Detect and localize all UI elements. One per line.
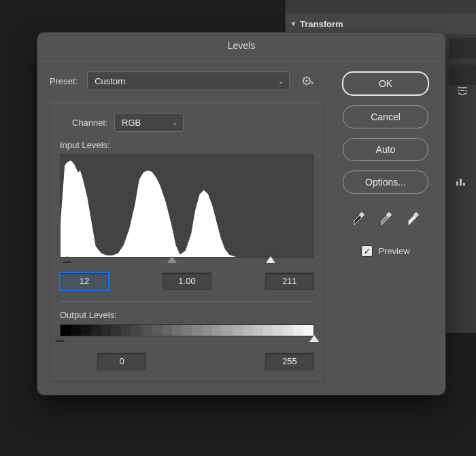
- black-point-eyedropper-icon[interactable]: [352, 210, 365, 226]
- white-point-eyedropper-icon[interactable]: [406, 210, 420, 226]
- input-white-field[interactable]: 211: [265, 273, 314, 290]
- ok-button[interactable]: OK: [342, 71, 429, 96]
- cancel-button[interactable]: Cancel: [343, 105, 428, 128]
- dialog-title: Levels: [228, 40, 255, 51]
- input-black-slider[interactable]: [63, 256, 72, 263]
- transform-section-header[interactable]: ▸ Transform: [286, 14, 476, 34]
- input-white-slider[interactable]: [266, 256, 275, 263]
- output-slider-track[interactable]: [60, 336, 314, 346]
- separator: [60, 301, 314, 302]
- panel-menu-icon[interactable]: [457, 87, 468, 95]
- input-levels-label: Input Levels:: [60, 140, 314, 150]
- histogram-graph: [61, 155, 313, 258]
- input-black-field[interactable]: 12: [60, 273, 109, 290]
- preview-checkbox[interactable]: ✓: [361, 245, 373, 257]
- auto-button[interactable]: Auto: [343, 138, 428, 161]
- preset-value: Custom: [95, 76, 125, 86]
- svg-line-12: [304, 84, 305, 84]
- transform-section-label: Transform: [300, 19, 343, 29]
- panel-tab-strip: [449, 65, 476, 85]
- preset-menu-gear-icon[interactable]: [299, 76, 317, 86]
- dialog-titlebar[interactable]: Levels: [37, 33, 445, 59]
- svg-line-10: [309, 84, 310, 84]
- svg-point-4: [306, 80, 308, 82]
- histogram-icon[interactable]: [456, 177, 468, 186]
- options-button[interactable]: Options...: [343, 171, 428, 194]
- input-slider-track[interactable]: [60, 258, 314, 267]
- levels-dialog: Levels Preset: Custom ⌄ Channel: RGB ⌄: [37, 33, 445, 395]
- input-midtone-slider[interactable]: [167, 256, 177, 263]
- output-levels-label: Output Levels:: [60, 310, 314, 320]
- input-midtone-field[interactable]: 1.00: [163, 273, 211, 290]
- output-gradient[interactable]: [60, 324, 314, 336]
- chevron-down-icon: ⌄: [172, 119, 177, 126]
- preview-label: Preview: [378, 246, 409, 256]
- output-white-slider[interactable]: [309, 335, 319, 342]
- svg-rect-1: [460, 179, 462, 186]
- svg-rect-2: [463, 183, 465, 186]
- preset-label: Preset:: [50, 76, 78, 86]
- levels-fieldset: Channel: RGB ⌄ Input Levels:: [50, 103, 324, 382]
- channel-label: Channel:: [72, 118, 107, 128]
- output-black-field[interactable]: 0: [97, 353, 146, 370]
- eyedropper-group: [352, 210, 420, 226]
- svg-rect-0: [456, 181, 458, 186]
- panel-tab-strip: [449, 38, 476, 58]
- output-black-slider[interactable]: [55, 335, 65, 342]
- gray-point-eyedropper-icon[interactable]: [379, 210, 392, 226]
- histogram[interactable]: [60, 154, 314, 258]
- output-white-field[interactable]: 255: [265, 353, 314, 370]
- chevron-down-icon: ⌄: [278, 77, 284, 85]
- svg-line-11: [309, 77, 310, 78]
- channel-select[interactable]: RGB ⌄: [114, 113, 184, 132]
- preset-select[interactable]: Custom ⌄: [87, 71, 290, 90]
- svg-line-9: [304, 77, 305, 78]
- chevron-down-icon: ▸: [290, 22, 298, 26]
- channel-value: RGB: [122, 118, 141, 128]
